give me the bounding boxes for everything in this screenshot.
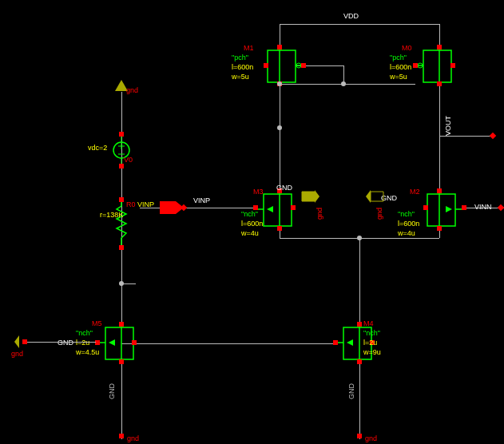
schematic-canvas[interactable]: M1 "pch" l=600n w=5u M0 "pch" l=600n w=5… [0, 0, 504, 444]
wire [439, 230, 440, 238]
wire [121, 283, 122, 323]
label-gnd-bot1: GND [108, 383, 116, 399]
ref-M2: M2 [410, 188, 420, 196]
l-M2: l=600n [398, 220, 419, 228]
pin [357, 322, 362, 327]
wire [121, 92, 122, 283]
w-M0: w=5u [390, 73, 407, 81]
pin [119, 197, 124, 202]
pin [423, 205, 428, 210]
wire [280, 84, 280, 192]
svg-marker-29 [109, 339, 115, 346]
wire [121, 363, 122, 439]
label-vinn: VINN [474, 203, 492, 211]
w-M3: w=4u [241, 229, 259, 237]
w-M1: w=5u [232, 73, 249, 81]
pin [119, 434, 124, 438]
label-gnd-end2: gnd [365, 434, 377, 442]
pin [357, 359, 362, 364]
pin [277, 45, 282, 50]
l-M3: l=600n [241, 220, 263, 228]
model-M2: "nch" [398, 210, 415, 218]
wire [280, 24, 439, 25]
wire [439, 136, 491, 137]
ref-M1: M1 [244, 44, 254, 52]
svg-rect-18 [427, 194, 455, 226]
label-gnd-m3b: gnd [315, 208, 323, 220]
pin [132, 340, 137, 345]
pin [264, 63, 268, 68]
gnd-arrow [366, 190, 383, 203]
wire [140, 208, 256, 208]
svg-rect-6 [423, 50, 451, 82]
model-M1: "pch" [232, 54, 248, 61]
pin [462, 205, 466, 210]
pin [437, 81, 442, 86]
svg-rect-24 [105, 327, 133, 359]
l-M4: l=2u [363, 339, 377, 347]
svg-marker-44 [315, 190, 319, 203]
svg-marker-46 [371, 192, 383, 201]
pin [277, 226, 282, 231]
transistor-M0[interactable] [415, 46, 455, 86]
wire [359, 238, 360, 322]
label-gnd-m2b: gnd [375, 208, 383, 220]
ref-M3: M3 [253, 188, 264, 196]
label-gnd-m5b: gnd [11, 350, 23, 358]
model-M0: "pch" [390, 54, 407, 61]
pin [357, 434, 362, 438]
svg-marker-43 [302, 192, 315, 201]
transistor-M2[interactable] [423, 190, 463, 230]
pin [95, 340, 100, 345]
svg-marker-45 [366, 190, 371, 203]
junction [277, 81, 282, 86]
model-M4: "nch" [363, 329, 380, 337]
junction [357, 236, 362, 240]
pin [437, 45, 442, 50]
junction [341, 81, 346, 86]
label-vout: VOUT [444, 116, 452, 136]
model-M5: "nch" [76, 329, 93, 337]
ref-V0: V0 [124, 156, 133, 164]
w-M2: w=4u [398, 229, 415, 237]
label-vinp: VINP [193, 196, 210, 204]
pin [333, 340, 338, 345]
wire [439, 86, 440, 192]
l-M1: l=600n [232, 63, 253, 71]
svg-marker-23 [446, 206, 452, 212]
param-R0: r=138K [100, 211, 123, 219]
svg-marker-17 [267, 206, 273, 212]
label-gnd-m5: GND [58, 339, 73, 347]
ref-M5: M5 [92, 319, 102, 327]
pin [301, 63, 306, 68]
pin [119, 359, 124, 364]
pin [291, 205, 296, 210]
pin [22, 339, 27, 344]
label-gnd-bot2: GND [347, 383, 355, 399]
svg-rect-0 [268, 50, 296, 82]
model-M3: "nch" [241, 210, 258, 218]
pin [119, 132, 124, 137]
transistor-M1[interactable] [264, 46, 304, 86]
l-M0: l=600n [390, 63, 411, 71]
junction [277, 125, 282, 130]
pin [119, 322, 124, 327]
pin [450, 63, 455, 68]
wire [121, 343, 335, 344]
pin [119, 245, 124, 250]
ref-M4: M4 [363, 319, 374, 327]
junction [119, 281, 124, 286]
pin [119, 164, 124, 168]
w-M5: w=4.5u [76, 348, 99, 356]
svg-marker-35 [347, 339, 353, 346]
label-gnd-m3: GND [276, 184, 292, 192]
wire [359, 363, 360, 439]
param-V0: vdc=2 [88, 144, 107, 152]
w-M4: w=9u [363, 348, 381, 356]
label-gnd-v0: gnd [126, 86, 138, 94]
gnd-arrow [302, 190, 319, 203]
svg-rect-12 [264, 194, 292, 226]
ref-M0: M0 [402, 44, 412, 52]
wire [280, 230, 280, 238]
ref-R0: R0 [126, 200, 136, 208]
